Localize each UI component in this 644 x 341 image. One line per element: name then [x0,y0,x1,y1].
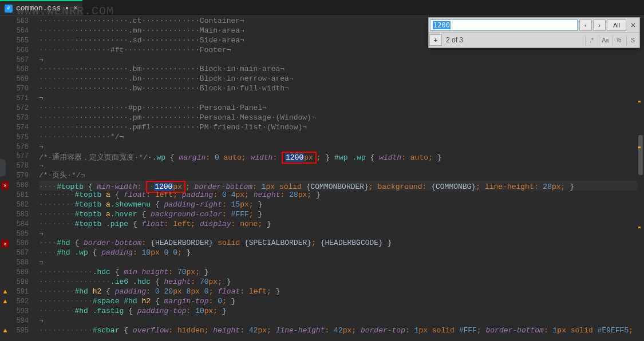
code-line[interactable]: ········#hd h2 { padding: 0 20px 8px 0; … [39,287,644,297]
gutter-mark: ✕ [0,240,10,249]
gutter-mark [0,17,10,26]
gutter-mark [0,113,10,123]
gutter-mark [0,191,10,201]
tab-filename: common.css [16,4,61,13]
tab-bar: # common.css ● × [0,0,644,16]
line-number: 566 [10,46,29,55]
vertical-scrollbar[interactable] [637,32,644,341]
line-number: 582 [10,200,29,210]
code-line[interactable]: ¬ [39,161,644,171]
code-line[interactable]: ················*/¬ [39,133,644,142]
code-content[interactable]: ····················.ct·············Cont… [33,16,644,341]
find-panel: 1200 ‹ › All × + 2 of 3 .* Aa \b S [428,17,640,48]
line-number: 563 [10,17,29,26]
gutter-mark [0,55,10,65]
line-number: 578 [10,161,29,171]
scroll-marker [638,146,641,148]
gutter-mark [0,269,10,279]
css-file-icon: # [5,5,13,13]
code-line[interactable]: ········#hd .fastlg { padding-top: 10px;… [39,307,644,316]
code-line[interactable]: ················.ie6 .hdc { height: 70px… [39,277,644,287]
line-number: 568 [10,65,29,74]
line-number: 572 [10,104,29,113]
code-line[interactable]: ····················.pmfl···········PM·f… [39,123,644,133]
gutter-annotations: ✕✕▲▲▲ [0,16,10,341]
line-number: 594 [10,316,29,326]
code-line[interactable]: ····#toptb { min-width: ·1200px; border-… [39,181,644,191]
line-number: 569 [10,74,29,84]
find-input[interactable]: 1200 [430,19,578,31]
line-number: 584 [10,220,29,229]
find-case-toggle[interactable]: Aa [599,35,611,45]
find-scope-button[interactable]: All [607,19,626,31]
scroll-marker [638,227,641,228]
gutter-collapse-handle[interactable] [0,159,6,176]
gutter-mark [0,84,10,94]
code-line[interactable]: ····················.bn·············Bloc… [39,74,644,84]
line-number: 580 [10,181,29,191]
find-prev-button[interactable]: ‹ [579,19,592,31]
line-number: 570 [10,84,29,94]
line-number: 576 [10,142,29,152]
gutter-mark [0,46,10,55]
gutter-mark [0,94,10,104]
gutter-mark [0,26,10,36]
gutter-mark [0,123,10,133]
find-add-button[interactable]: + [429,34,442,46]
line-number: 593 [10,307,29,316]
code-line[interactable]: ····#hd .wp { padding: 10px 0 0; } [39,248,644,258]
line-number: 573 [10,113,29,123]
code-line[interactable]: ············#space #hd h2 { margin-top: … [39,297,644,307]
code-line[interactable]: ····················#pp·············Pers… [39,104,644,113]
code-line[interactable]: ····#hd { border-bottom: {HEADERBORDER} … [39,239,644,248]
code-line[interactable]: ¬ [39,316,644,326]
line-number: 581 [10,191,29,200]
gutter-mark [0,318,10,327]
line-number: 571 [10,94,29,104]
close-icon[interactable]: × [73,4,78,13]
gutter-mark [0,220,10,230]
find-close-button[interactable]: × [627,21,639,30]
line-number: 592 [10,297,29,307]
line-number: 579 [10,171,29,181]
code-line[interactable]: ············#scbar { overflow: hidden; h… [39,326,644,336]
code-line[interactable]: ¬ [39,142,644,152]
code-line[interactable]: /*·页头·*/¬ [39,171,644,181]
line-number: 574 [10,123,29,133]
find-next-button[interactable]: › [593,19,606,31]
code-line[interactable]: ····················.bm·············Bloc… [39,65,644,74]
line-number: 585 [10,229,29,239]
find-selection-toggle[interactable]: S [626,35,639,45]
code-line[interactable]: ····················.pm·············Pers… [39,113,644,123]
code-line[interactable]: ¬ [39,258,644,268]
code-line[interactable]: ········#toptb a.showmenu { padding-righ… [39,200,644,210]
find-word-toggle[interactable]: \b [613,35,625,45]
line-number: 590 [10,277,29,287]
gutter-mark [0,65,10,74]
code-line[interactable]: /*·通用容器，定义页面宽度·*/·.wp { margin: 0 auto; … [39,152,644,161]
code-line[interactable]: ¬ [39,229,644,239]
gutter-mark [0,279,10,288]
gutter-mark: ✕ [0,181,10,191]
line-number: 587 [10,248,29,258]
gutter-mark: ▲ [0,288,10,298]
code-line[interactable]: ¬ [39,55,644,65]
scrollbar-thumb[interactable] [638,135,643,175]
code-line[interactable]: ············.hdc { min-height: 70px; } [39,268,644,277]
gutter-mark [0,142,10,152]
code-line[interactable]: ¬ [39,94,644,104]
line-number: 564 [10,26,29,36]
code-line[interactable]: ····················.bw·············Bloc… [39,84,644,94]
code-line[interactable]: ········#toptb a.hover { background-colo… [39,210,644,220]
line-number: 583 [10,210,29,220]
line-number: 595 [10,326,29,336]
line-number: 565 [10,36,29,46]
gutter-mark [0,308,10,318]
line-number: 589 [10,268,29,277]
file-tab[interactable]: # common.css ● × [0,0,82,15]
gutter-mark [0,211,10,220]
code-line[interactable]: ········#toptb a { float: left; padding:… [39,191,644,200]
gutter-mark [0,259,10,269]
find-regex-toggle[interactable]: .* [585,35,598,45]
code-line[interactable]: ········#toptb .pipe { float: left; disp… [39,220,644,229]
